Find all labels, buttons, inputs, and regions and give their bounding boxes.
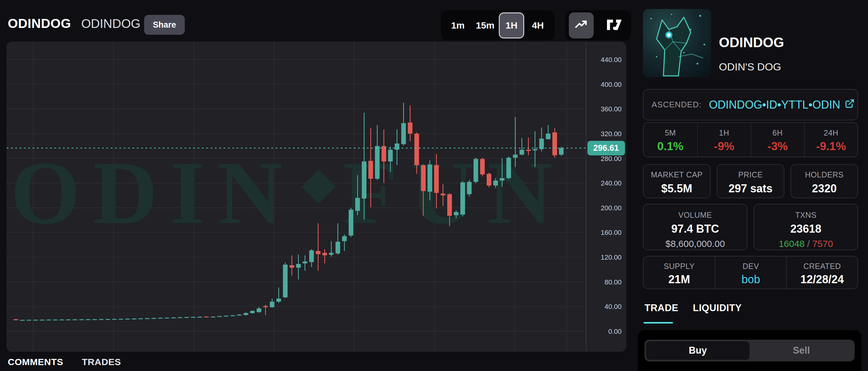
price-change-card: 5M 0.1% 1H -9% 6H -3% 24H -9.1% [643,122,858,157]
change-6h-value: -3% [751,140,804,153]
svg-text:296.61: 296.61 [593,143,619,153]
timeframe-4h[interactable]: 4H [524,12,552,38]
change-5m-value: 0.1% [644,140,697,153]
price-value: 297 sats [717,182,784,195]
change-1h: 1H -9% [697,123,751,156]
dev-link[interactable]: bob [715,273,786,286]
buy-button[interactable]: Buy [646,341,750,360]
price-axis-labels[interactable]: 440.00400.00360.00320.00280.00240.00200.… [601,56,622,335]
txns-card: TXNS 23618 16048 / 7570 [754,204,858,250]
price-chart-panel[interactable]: ODIN FUN440.00400.00360.00320.00280.0024… [6,41,626,352]
tradingview-icon [607,20,622,31]
svg-text:0.00: 0.00 [608,327,622,335]
current-price-tag: 296.61 [587,141,625,155]
change-24h: 24H -9.1% [804,123,858,156]
svg-text:360.00: 360.00 [601,105,622,113]
timeframe-15m[interactable]: 15m [471,12,499,38]
feed-tabs: COMMENTS TRADES [8,357,121,367]
svg-text:240.00: 240.00 [601,179,622,187]
odin-fun-watermark: ODIN FUN [10,143,565,242]
volume-card: VOLUME 97.4 BTC $8,600,000.00 [643,204,747,250]
tab-trade[interactable]: TRADE [645,303,678,314]
svg-text:160.00: 160.00 [601,229,622,236]
ascended-link[interactable]: ODINDOG•ID•YTTL•ODIN [709,98,855,111]
svg-text:320.00: 320.00 [601,130,622,138]
created-cell: CREATED 12/28/24 [786,257,858,288]
created-value: 12/28/24 [787,273,858,286]
txns-breakdown: 16048 / 7570 [754,238,858,249]
token-symbol-title: ODINDOG [8,16,71,31]
token-sidebar: ODINDOG ODIN'S DOG ASCENDED: ODINDOG•ID•… [638,0,868,371]
txns-sells: 7570 [812,238,833,249]
timeframe-1h[interactable]: 1H [499,12,524,38]
candlestick-chart[interactable]: ODIN FUN440.00400.00360.00320.00280.0024… [6,41,626,352]
timeframe-selector: 1m 15m 1H 4H [441,10,555,40]
holders-value: 2320 [791,182,858,195]
svg-text:120.00: 120.00 [601,253,622,261]
supply-cell: SUPPLY 21M [644,257,715,288]
volume-btc: 97.4 BTC [644,222,747,235]
svg-text:440.00: 440.00 [601,56,622,64]
trending-up-icon [574,18,588,33]
dev-cell: DEV bob [715,257,786,288]
change-24h-value: -9.1% [805,140,858,153]
svg-text:200.00: 200.00 [601,204,622,212]
svg-text:40.00: 40.00 [604,303,622,311]
price-card: PRICE 297 sats [717,164,784,198]
active-tab-underline [644,322,673,323]
buy-sell-toggle: Buy Sell [645,340,855,361]
sell-button[interactable]: Sell [750,341,853,360]
market-cap-card: MARKET CAP $5.5M [643,164,711,198]
change-5m: 5M 0.1% [644,123,697,156]
holders-card: HOLDERS 2320 [790,164,858,198]
odin-fun-token-page: ODINDOG ODINDOG Share 1m 15m 1H 4H [0,0,868,371]
tab-trades[interactable]: TRADES [82,357,121,367]
txns-total: 23618 [754,222,858,235]
chart-type-selector [565,10,631,40]
svg-text:ODIN: ODIN [10,143,295,242]
token-avatar [643,9,711,78]
token-symbol-secondary: ODINDOG [81,17,141,31]
tab-comments[interactable]: COMMENTS [8,357,63,367]
tab-liquidity[interactable]: LIQUIDITY [693,303,742,314]
share-button[interactable]: Share [144,15,185,35]
line-chart-toggle-button[interactable] [569,12,594,38]
market-cap-value: $5.5M [644,182,710,195]
token-meta-card: SUPPLY 21M DEV bob CREATED 12/28/24 [643,256,858,289]
svg-text:80.00: 80.00 [604,278,622,286]
ascended-card: ASCENDED: ODINDOG•ID•YTTL•ODIN [643,89,858,120]
sidebar-token-symbol: ODINDOG [719,35,784,50]
sidebar-token-name: ODIN'S DOG [719,61,781,73]
txns-buys: 16048 [779,238,804,249]
ascended-link-text: ODINDOG•ID•YTTL•ODIN [709,98,840,111]
external-link-icon [845,98,855,111]
svg-text:400.00: 400.00 [601,81,622,88]
tradingview-chart-button[interactable] [602,12,627,38]
supply-value: 21M [644,273,715,286]
timeframe-1m[interactable]: 1m [444,12,471,38]
volume-usd: $8,600,000.00 [644,238,747,249]
change-1h-value: -9% [698,140,751,153]
change-6h: 6H -3% [750,123,804,156]
ascended-label: ASCENDED: [652,100,702,110]
svg-text:280.00: 280.00 [601,155,622,163]
trade-panel: Buy Sell [638,330,862,371]
